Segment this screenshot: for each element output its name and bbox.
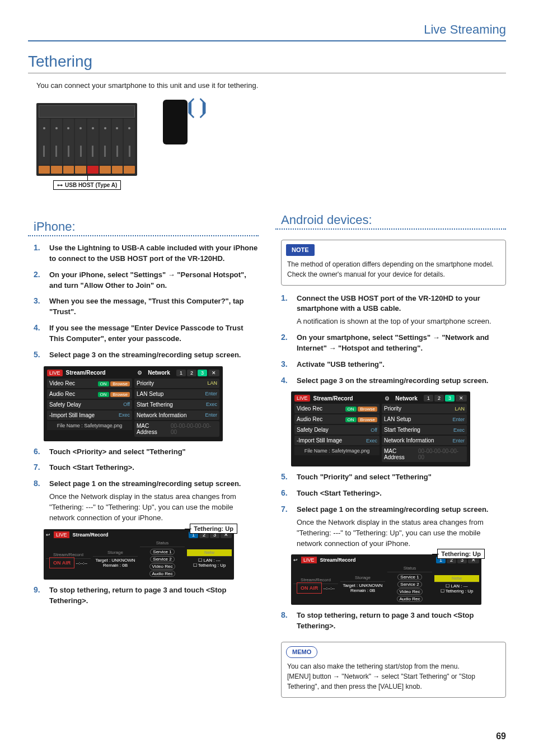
step-text: Connect the USB HOST port of the VR-120H… <box>297 294 480 313</box>
section-name: Live Streaming <box>424 22 506 36</box>
step-subtext: Once the Network display in the status a… <box>49 492 259 524</box>
row-value[interactable]: Exec <box>206 402 217 407</box>
step-number: 1. <box>281 293 291 302</box>
step-subtext: A notification is shown at the top of yo… <box>297 316 506 327</box>
step-number: 2. <box>34 270 44 279</box>
step-text: If you see the message "Enter Device Pas… <box>49 324 243 343</box>
step-text: Select page 1 on the streaming/recording… <box>49 479 241 488</box>
step-number: 8. <box>281 610 291 619</box>
live-badge: LIVE <box>54 531 69 538</box>
row-value: 00-00-00-00-00-00 <box>171 423 217 435</box>
step-number: 5. <box>281 472 291 481</box>
panel-title: Stream/Record <box>313 395 353 402</box>
on-pill[interactable]: ON <box>98 392 109 397</box>
setup-screen-page3-android: LIVEStream/Record Video RecON Browse Aud… <box>291 391 470 466</box>
step-text: On your iPhone, select "Settings" → "Per… <box>49 270 246 290</box>
note-body: The method of operation differs dependin… <box>287 259 500 279</box>
step-number: 6. <box>34 447 44 456</box>
panel-title: Network <box>148 370 170 376</box>
row-label: Audio Rec <box>49 391 75 397</box>
page-title: Tethering <box>28 53 506 71</box>
title-divider <box>28 73 506 73</box>
page-number: 69 <box>496 731 506 741</box>
page-tabs[interactable]: 123✕ <box>176 370 219 376</box>
file-name: File Name : SafetyImage.png <box>47 421 132 430</box>
column-android: Android devices: NOTE The method of oper… <box>275 213 506 706</box>
page-header: Live Streaming <box>28 22 506 41</box>
status-bar-page1-android: Tethering: Up ↩ LIVE Stream/Record 123✕ … <box>291 554 481 605</box>
step-number: 1. <box>34 243 44 252</box>
row-label: LAN Setup <box>137 391 163 397</box>
step-text: Touch <Priority> and select "Tethering" <box>49 447 186 456</box>
step-text: To stop tethering, return to page 3 and … <box>297 611 474 630</box>
step-text: Activate "USB tethering". <box>297 360 385 368</box>
step-number: 7. <box>281 505 291 514</box>
live-badge: LIVE <box>294 395 310 402</box>
row-label: Network Information <box>137 412 186 418</box>
note-badge: NOTE <box>286 244 315 256</box>
row-value[interactable]: LAN <box>207 380 217 386</box>
memo-badge: MEMO <box>286 646 317 658</box>
step-number: 7. <box>34 463 44 472</box>
step-text: Touch "Priority" and select "Tethering" <box>297 473 432 481</box>
close-icon[interactable]: ✕ <box>456 395 467 402</box>
memo-box: MEMO You can also make the tethering sta… <box>281 642 506 698</box>
step-text: Touch <Start Tethering>. <box>49 463 134 472</box>
step-number: 3. <box>281 360 291 368</box>
row-label: Video Rec <box>49 380 75 386</box>
panel-title: Stream/Record <box>66 370 106 376</box>
row-value[interactable]: Enter <box>205 391 217 396</box>
setup-screen-page3: LIVEStream/Record Video RecON Browse Aud… <box>44 366 223 441</box>
live-badge: LIVE <box>47 370 63 376</box>
onair-indicator: ON AIR <box>49 557 74 568</box>
step-text: Use the Lightning to USB-A cable include… <box>49 244 257 263</box>
step-text: Select page 3 on the streaming/recording… <box>49 351 241 359</box>
live-badge: LIVE <box>301 557 317 563</box>
step-number: 8. <box>34 479 44 488</box>
step-text: Select page 3 on the streaming/recording… <box>297 376 488 385</box>
step-number: 4. <box>34 323 44 332</box>
row-label: Safety Delay <box>49 402 81 408</box>
step-number: 4. <box>281 376 291 385</box>
note-box: NOTE The method of operation differs dep… <box>281 240 506 286</box>
status-bar-page1: Tethering: Up ↩ LIVE Stream/Record 123✕ … <box>44 529 234 580</box>
row-label: Priority <box>137 380 154 386</box>
tethering-up-callout: Tethering: Up <box>437 549 485 559</box>
step-text: Touch <Start Tethering>. <box>297 489 382 497</box>
row-value[interactable]: Exec <box>119 412 130 418</box>
on-pill[interactable]: ON <box>98 381 109 386</box>
android-divider <box>275 228 506 230</box>
row-value[interactable]: Off <box>123 402 130 407</box>
step-text: To stop tethering, return to page 3 and … <box>49 586 226 605</box>
intro-text: You can connect your smartphone to this … <box>36 81 506 90</box>
iphone-divider <box>28 235 259 236</box>
usb-host-label: ⊶ USB HOST (Type A) <box>53 180 121 190</box>
row-label: -Import Still Image <box>49 412 95 418</box>
column-iphone: iPhone: 1. Use the Lightning to USB-A ca… <box>28 213 259 706</box>
panel-title: Stream/Record <box>73 532 109 538</box>
step-text: Select page 1 on the streaming/recording… <box>297 505 488 514</box>
step-number: 5. <box>34 350 44 359</box>
step-subtext: Once the Network display in the status a… <box>297 517 506 549</box>
tethering-illustration: ⊶ USB HOST (Type A) ⦗⦘ <box>36 95 227 207</box>
return-icon[interactable]: ↩ <box>46 532 50 538</box>
android-heading: Android devices: <box>281 213 506 227</box>
step-number: 6. <box>281 488 291 497</box>
usb-icon: ⊶ <box>57 182 63 188</box>
return-icon[interactable]: ↩ <box>293 557 298 563</box>
row-value[interactable]: Enter <box>205 412 217 418</box>
page-tabs[interactable]: 123✕ <box>424 395 467 402</box>
tethering-up-callout: Tethering: Up <box>190 524 237 534</box>
step-text: On your smartphone, select "Settings" → … <box>297 333 489 352</box>
gear-icon: ⚙ <box>385 395 390 402</box>
browse-pill[interactable]: Browse <box>110 392 130 397</box>
step-text: When you see the message, "Trust this Co… <box>49 297 244 316</box>
gear-icon: ⚙ <box>137 370 142 376</box>
browse-pill[interactable]: Browse <box>110 381 130 386</box>
step-number: 2. <box>281 333 291 342</box>
step-number: 3. <box>34 296 44 305</box>
row-label: MAC Address <box>137 423 171 435</box>
iphone-heading: iPhone: <box>34 220 259 234</box>
close-icon[interactable]: ✕ <box>208 370 219 376</box>
row-label: Start Tethering <box>137 402 173 408</box>
